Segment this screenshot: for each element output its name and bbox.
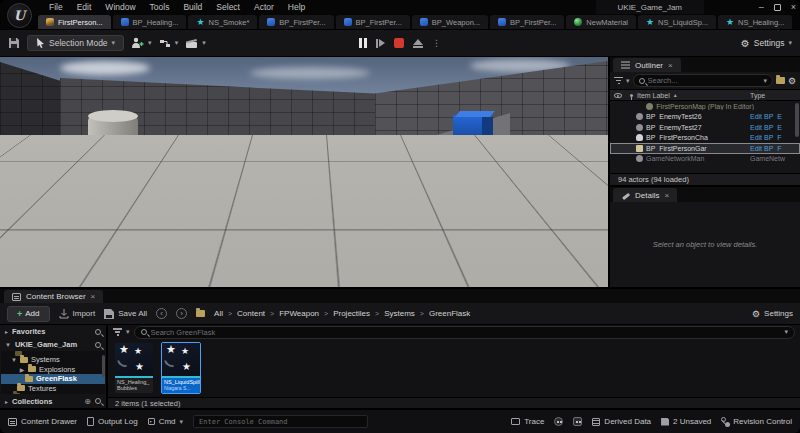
console-command-input[interactable]: [193, 415, 368, 428]
tab-bp-healing[interactable]: BP_Healing...: [113, 15, 187, 29]
back-button[interactable]: ‹: [156, 308, 167, 319]
type-column[interactable]: Type: [750, 92, 800, 99]
save-all-button[interactable]: Save All: [104, 309, 147, 319]
favorites-header[interactable]: ▸ Favorites: [0, 325, 106, 338]
tab-firstperson-map[interactable]: FirstPerson...: [38, 15, 111, 29]
blueprints-dropdown[interactable]: ▾: [159, 38, 179, 49]
tab-ns-healing[interactable]: ★NS_Healing...: [718, 15, 792, 29]
pin-column[interactable]: [625, 94, 637, 97]
project-root-header[interactable]: ▼ UKIE_Game_Jam: [0, 338, 106, 351]
tree-scrollbar[interactable]: [102, 355, 105, 377]
breadcrumb-content[interactable]: Content: [237, 309, 265, 318]
edit-blueprint-link[interactable]: Edit BP_F: [750, 145, 782, 152]
blue-cube[interactable]: [453, 111, 493, 145]
edit-blueprint-link[interactable]: Edit BP_E: [750, 124, 782, 131]
item-label-column[interactable]: Item Label▲: [637, 92, 750, 99]
tree-item-greenflask[interactable]: GreenFlask: [1, 374, 105, 384]
stop-button[interactable]: [394, 38, 404, 48]
content-drawer-button[interactable]: Content Drawer: [8, 417, 77, 426]
search-icon[interactable]: [95, 398, 101, 404]
tab-content-browser[interactable]: Content Browser ×: [4, 290, 103, 303]
minimize-icon[interactable]: –: [759, 2, 764, 12]
breadcrumb-systems[interactable]: Systems: [384, 309, 415, 318]
close-icon[interactable]: ×: [668, 61, 673, 70]
play-options-ellipsis[interactable]: ⋮: [432, 38, 441, 48]
asset-tile-ns-liquidspill[interactable]: ★ ★ ★ NS_LiquidSpillNiagara S...: [161, 342, 201, 394]
capsule-pawn[interactable]: [368, 183, 386, 231]
add-collection-icon[interactable]: ⊕: [84, 397, 91, 406]
import-button[interactable]: Import: [59, 309, 96, 319]
cinematics-dropdown[interactable]: ▾: [185, 38, 206, 49]
menu-edit[interactable]: Edit: [70, 2, 99, 12]
outliner-row-gamenetworkmanager[interactable]: GameNetworkManGameNetw: [610, 154, 800, 165]
filter-icon[interactable]: [614, 77, 623, 85]
insights-icon[interactable]: [554, 417, 563, 426]
capsule-pawn[interactable]: [390, 185, 407, 231]
edit-blueprint-link[interactable]: Edit BP_F: [750, 134, 782, 141]
chevron-down-icon[interactable]: ▾: [626, 77, 630, 85]
tab-ns-smoke[interactable]: ★NS_Smoke*: [188, 15, 257, 29]
breadcrumb-fpweapon[interactable]: FPWeapon: [279, 309, 319, 318]
cmd-dropdown[interactable]: Cmd▾: [148, 417, 183, 426]
blue-cube[interactable]: [112, 141, 134, 181]
menu-help[interactable]: Help: [281, 2, 312, 12]
output-log-button[interactable]: Output Log: [87, 417, 138, 426]
edit-blueprint-link[interactable]: Edit BP_E: [750, 113, 782, 120]
asset-tile-ns-healing-bubbles[interactable]: ★ ★ ★ NS_Healing_Bubbles: [114, 342, 154, 394]
asset-search-input[interactable]: ▾: [134, 326, 795, 339]
menu-window[interactable]: Window: [98, 2, 142, 12]
unreal-logo-icon[interactable]: U: [7, 3, 32, 28]
chevron-down-icon[interactable]: ▾: [784, 328, 788, 336]
revision-control-button[interactable]: Revision Control: [721, 417, 792, 426]
tab-outliner[interactable]: Outliner ×: [613, 58, 681, 72]
close-icon[interactable]: ×: [664, 191, 669, 200]
search-icon[interactable]: [95, 342, 101, 348]
outliner-scrollbar[interactable]: [795, 103, 799, 137]
tab-bp-firstper-3[interactable]: BP_FirstPer...: [490, 15, 564, 29]
save-button[interactable]: [8, 37, 20, 49]
blue-cube[interactable]: [433, 141, 467, 175]
content-browser-settings[interactable]: ⚙ Settings: [752, 309, 793, 319]
tab-ns-liquidspill[interactable]: ★NS_LiquidSp...: [638, 15, 716, 29]
unsaved-button[interactable]: 2 Unsaved: [661, 417, 711, 426]
tab-bp-firstper-2[interactable]: BP_FirstPer...: [336, 15, 410, 29]
frame-skip-button[interactable]: [376, 39, 385, 48]
outliner-row-enemytest27[interactable]: BP_EnemyTest27Edit BP_E: [610, 122, 800, 133]
breadcrumb-projectiles[interactable]: Projectiles: [333, 309, 370, 318]
tab-bp-firstper-1[interactable]: BP_FirstPer...: [259, 15, 333, 29]
menu-tools[interactable]: Tools: [143, 2, 177, 12]
trace-button[interactable]: Trace: [511, 417, 544, 426]
close-icon[interactable]: ×: [91, 292, 96, 301]
capsule-pawn[interactable]: [344, 180, 361, 223]
tree-item-systems[interactable]: ▼Systems: [1, 355, 105, 365]
blue-cube[interactable]: [466, 142, 508, 177]
eject-button[interactable]: [413, 39, 423, 48]
capsule-pawn[interactable]: [268, 175, 284, 215]
capsule-pawn[interactable]: [411, 187, 428, 232]
menu-actor[interactable]: Actor: [247, 2, 281, 12]
close-icon[interactable]: ×: [791, 2, 796, 12]
search-icon[interactable]: [95, 329, 101, 335]
chevron-down-icon[interactable]: ▾: [126, 328, 130, 336]
tree-item-explosions[interactable]: ▶Explosions: [1, 365, 105, 375]
outliner-search-input[interactable]: ▾: [633, 74, 773, 87]
menu-file[interactable]: File: [42, 2, 70, 12]
outliner-row-map[interactable]: FirstPersonMap (Play In Editor): [610, 101, 800, 112]
tab-bp-weapon[interactable]: BP_Weapon...: [412, 15, 488, 29]
outliner-row-firstpersoncharacter[interactable]: BP_FirstPersonChaEdit BP_F: [610, 133, 800, 144]
capsule-pawn[interactable]: [247, 177, 263, 217]
breadcrumb-all[interactable]: All: [214, 309, 223, 318]
capsule-pawn[interactable]: [322, 178, 339, 222]
tab-newmaterial[interactable]: NewMaterial: [566, 15, 636, 29]
new-folder-icon[interactable]: [776, 77, 785, 84]
forward-button[interactable]: ›: [176, 308, 187, 319]
selection-mode-dropdown[interactable]: Selection Mode ▾: [27, 35, 124, 51]
breadcrumb-greenflask[interactable]: GreenFlask: [429, 309, 470, 318]
level-viewport[interactable]: [0, 57, 608, 287]
outliner-settings-gear-icon[interactable]: ⚙: [788, 76, 796, 86]
filter-icon[interactable]: [113, 328, 122, 336]
chevron-down-icon[interactable]: ▾: [763, 77, 767, 85]
add-actor-dropdown[interactable]: ▾: [131, 37, 152, 49]
collections-header[interactable]: ▸ Collections ⊕: [0, 394, 106, 408]
menu-select[interactable]: Select: [209, 2, 247, 12]
